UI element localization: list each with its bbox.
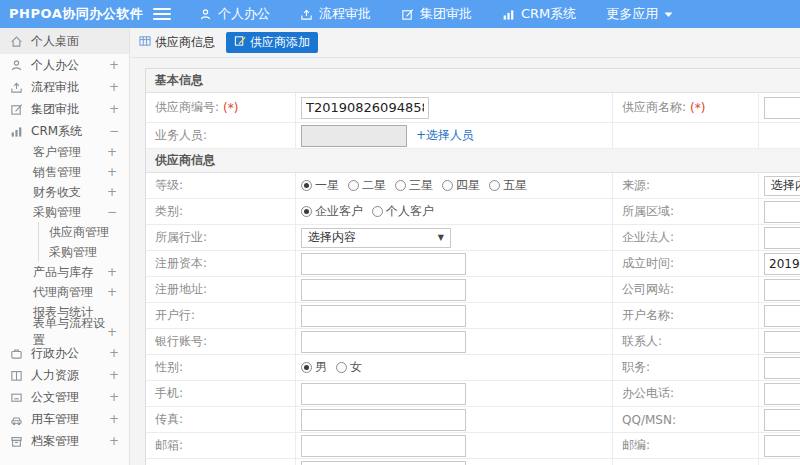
sales-person-input[interactable] bbox=[301, 125, 407, 147]
supplier-code-input[interactable] bbox=[301, 97, 429, 119]
choose-person-link[interactable]: +选择人员 bbox=[416, 127, 474, 144]
level-label: 等级: bbox=[155, 177, 183, 194]
app-logo: PHPOA协同办公软件 bbox=[0, 5, 141, 23]
registered-capital-input[interactable] bbox=[301, 253, 466, 275]
sidebar-item-personal-office[interactable]: 个人办公 + bbox=[0, 54, 129, 76]
sidebar-item-process-approval[interactable]: 流程审批 + bbox=[0, 76, 129, 98]
sidebar-item-finance[interactable]: 财务收支 + bbox=[0, 182, 129, 202]
bank-account-input[interactable] bbox=[301, 331, 466, 353]
briefcase-icon bbox=[10, 347, 25, 360]
sidebar-item-archive-mgmt[interactable]: 档案管理 + bbox=[0, 430, 129, 452]
registered-capital-label: 注册资本: bbox=[155, 255, 207, 272]
sidebar-item-customer-mgmt[interactable]: 客户管理 + bbox=[0, 142, 129, 162]
caret-down-icon bbox=[664, 11, 673, 18]
radio-level-5[interactable]: 五星 bbox=[489, 177, 527, 194]
menu-toggle-icon[interactable] bbox=[153, 8, 171, 21]
contact-input[interactable] bbox=[764, 331, 800, 353]
sales-person-label: 业务人员: bbox=[146, 123, 296, 148]
sidebar-item-hr[interactable]: 人力资源 + bbox=[0, 364, 129, 386]
account-name-input[interactable] bbox=[764, 305, 800, 327]
user-icon bbox=[10, 59, 25, 72]
sidebar-item-agent-mgmt[interactable]: 代理商管理 + bbox=[0, 282, 129, 302]
nav-more-apps[interactable]: 更多应用 bbox=[606, 5, 673, 23]
contact-label: 联系人: bbox=[622, 333, 662, 350]
user-icon bbox=[199, 8, 212, 21]
qq-msn-input[interactable] bbox=[764, 409, 800, 431]
email-input[interactable] bbox=[301, 435, 466, 457]
gender-label: 性别: bbox=[155, 359, 183, 376]
table-icon bbox=[139, 35, 151, 50]
radio-female[interactable]: 女 bbox=[336, 359, 362, 376]
edit-icon bbox=[401, 8, 414, 21]
registered-address-label: 注册地址: bbox=[155, 281, 207, 298]
sidebar-item-vehicle-mgmt[interactable]: 用车管理 + bbox=[0, 408, 129, 430]
sidebar-item-personal-desktop[interactable]: 个人桌面 bbox=[0, 28, 129, 54]
sidebar-item-form-flow-settings[interactable]: 表单与流程设置 + bbox=[0, 322, 129, 342]
category-radio-group: 企业客户 个人客户 bbox=[301, 203, 443, 220]
form-row: 注册地址: 公司网站: bbox=[146, 277, 800, 303]
source-select[interactable]: 选择内容▼ bbox=[764, 176, 800, 196]
radio-level-1[interactable]: 一星 bbox=[301, 177, 339, 194]
sidebar-item-purchase-mgmt[interactable]: 采购管理 − bbox=[0, 202, 129, 222]
form-row: 传真: QQ/MSN: bbox=[146, 407, 800, 433]
radio-male[interactable]: 男 bbox=[301, 359, 327, 376]
sidebar-item-supplier-mgmt[interactable]: 供应商管理 bbox=[38, 222, 129, 242]
sidebar-item-product-inventory[interactable]: 产品与库存 + bbox=[0, 262, 129, 282]
website-label: 公司网站: bbox=[622, 281, 674, 298]
account-name-label: 开户名称: bbox=[622, 307, 674, 324]
bar-chart-icon bbox=[502, 8, 515, 21]
required-mark: (*) bbox=[223, 101, 238, 115]
qq-msn-label: QQ/MSN: bbox=[622, 413, 676, 427]
book-icon bbox=[10, 369, 25, 382]
registered-address-input[interactable] bbox=[301, 279, 466, 301]
industry-select[interactable]: 选择内容▼ bbox=[301, 228, 451, 248]
founding-date-input[interactable] bbox=[764, 253, 800, 275]
fax-input[interactable] bbox=[301, 409, 466, 431]
nav-process-approval[interactable]: 流程审批 bbox=[300, 5, 371, 23]
radio-enterprise-customer[interactable]: 企业客户 bbox=[301, 203, 363, 220]
section-supplier-info: 供应商信息 bbox=[146, 149, 800, 173]
nav-group-approval[interactable]: 集团审批 bbox=[401, 5, 472, 23]
sidebar-item-admin-office[interactable]: 行政办公 + bbox=[0, 342, 129, 364]
sidebar-item-group-approval[interactable]: 集团审批 + bbox=[0, 98, 129, 120]
nav-personal-office[interactable]: 个人办公 bbox=[199, 5, 270, 23]
office-phone-input[interactable] bbox=[764, 383, 800, 405]
home-icon bbox=[10, 35, 25, 48]
edit-icon bbox=[10, 103, 25, 116]
sidebar-item-crm[interactable]: CRM系统 − bbox=[0, 120, 129, 142]
radio-level-3[interactable]: 三星 bbox=[395, 177, 433, 194]
form-row: 所属行业: 选择内容▼ 企业法人: bbox=[146, 225, 800, 251]
bank-input[interactable] bbox=[301, 305, 466, 327]
position-input[interactable] bbox=[764, 357, 800, 379]
supplier-add-form: 基本信息 供应商编号: (*) 供应商名称: (*) 业务人员: bbox=[145, 68, 800, 465]
region-label: 所属区域: bbox=[622, 203, 674, 220]
bar-chart-icon bbox=[10, 125, 25, 138]
nav-crm[interactable]: CRM系统 bbox=[502, 5, 576, 23]
tab-supplier-info[interactable]: 供应商信息 bbox=[134, 32, 220, 53]
form-row: 等级: 一星 二星 三星 四星 五星 来源: 选择内容▼ bbox=[146, 173, 800, 199]
submit-icon bbox=[10, 81, 25, 94]
radio-level-4[interactable]: 四星 bbox=[442, 177, 480, 194]
legal-person-input[interactable] bbox=[764, 227, 800, 249]
sidebar-item-sales-mgmt[interactable]: 销售管理 + bbox=[0, 162, 129, 182]
form-row: 业务人员: +选择人员 bbox=[146, 123, 800, 149]
required-mark: (*) bbox=[690, 101, 705, 115]
archive-icon bbox=[10, 435, 25, 448]
sidebar-item-purchasing[interactable]: 采购管理 bbox=[38, 242, 129, 262]
bank-label: 开户行: bbox=[155, 307, 195, 324]
website-input[interactable] bbox=[764, 279, 800, 301]
category-label: 类别: bbox=[155, 203, 183, 220]
tab-bar: 供应商信息 供应商添加 bbox=[131, 28, 800, 58]
region-input[interactable] bbox=[764, 201, 800, 223]
address-input[interactable] bbox=[301, 461, 466, 465]
supplier-name-input[interactable] bbox=[764, 97, 800, 119]
radio-level-2[interactable]: 二星 bbox=[348, 177, 386, 194]
radio-individual-customer[interactable]: 个人客户 bbox=[372, 203, 434, 220]
mobile-input[interactable] bbox=[301, 383, 466, 405]
form-row: 供应商编号: (*) 供应商名称: (*) bbox=[146, 93, 800, 123]
sidebar-item-document-mgmt[interactable]: 公文管理 + bbox=[0, 386, 129, 408]
tab-supplier-add[interactable]: 供应商添加 bbox=[226, 32, 318, 53]
form-add-icon bbox=[234, 35, 246, 50]
zipcode-input[interactable] bbox=[764, 435, 800, 457]
legal-person-label: 企业法人: bbox=[622, 229, 674, 246]
